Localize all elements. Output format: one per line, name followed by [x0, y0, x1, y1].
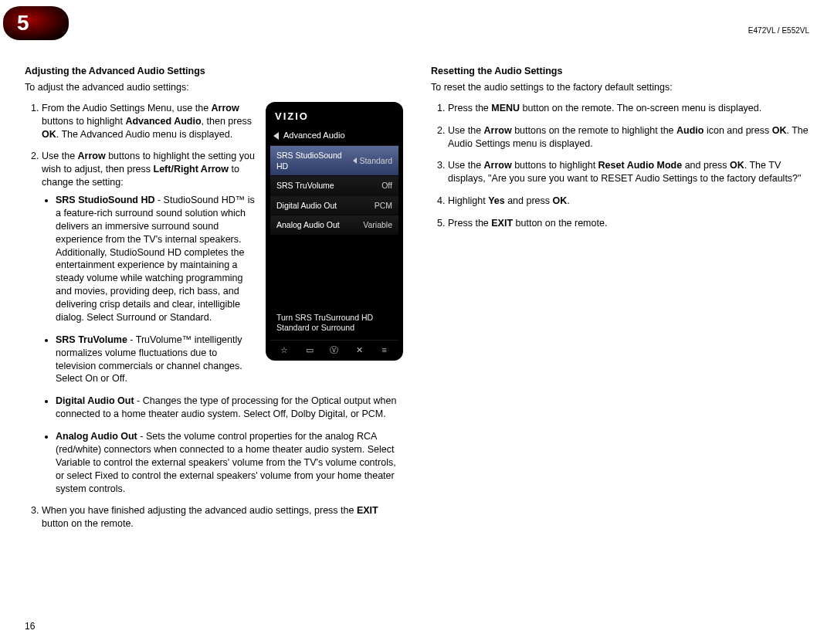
- right-intro: To reset the audio settings to the facto…: [431, 81, 809, 94]
- chapter-number: 5: [17, 11, 29, 36]
- menu-row: SRS StudioSound HD Standard: [270, 146, 398, 176]
- left-column: Adjusting the Advanced Audio Settings To…: [25, 65, 403, 540]
- list-item: Digital Audio Out - Changes the type of …: [56, 395, 403, 421]
- menu-row-value: PCM: [375, 200, 392, 211]
- device-menu-title: Advanced Audio: [283, 130, 345, 141]
- v-icon: Ⓥ: [329, 345, 340, 354]
- menu-row-label: SRS TruVolume: [276, 180, 334, 191]
- model-label: E472VL / E552VL: [748, 26, 809, 35]
- list-item: When you have finished adjusting the adv…: [42, 504, 403, 530]
- page-number: 16: [25, 621, 35, 632]
- list-item: Use the Arrow buttons to highlight Reset…: [448, 159, 809, 185]
- star-icon: ☆: [279, 345, 290, 354]
- device-menu-header: Advanced Audio: [270, 127, 398, 146]
- menu-row-label: Analog Audio Out: [276, 219, 340, 230]
- chapter-badge: 5: [3, 6, 69, 40]
- right-steps: Press the MENU button on the remote. The…: [431, 102, 809, 230]
- list-item: Analog Audio Out - Sets the volume contr…: [56, 430, 403, 495]
- back-arrow-icon: [273, 132, 279, 140]
- device-screenshot: VIZIO Advanced Audio SRS StudioSound HD …: [266, 102, 403, 361]
- menu-row-value: Standard: [353, 155, 392, 166]
- list-item: Press the EXIT button on the remote.: [448, 217, 809, 230]
- close-icon: ✕: [354, 345, 364, 354]
- menu-icon: ≡: [379, 345, 390, 354]
- device-hint: Turn SRS TruSurround HD Standard or Surr…: [270, 235, 398, 340]
- menu-row-value: Variable: [363, 219, 392, 230]
- device-brand: VIZIO: [270, 108, 398, 128]
- device-footer: ☆ ▭ Ⓥ ✕ ≡: [270, 340, 398, 356]
- tv-icon: ▭: [304, 345, 315, 354]
- left-intro: To adjust the advanced audio settings:: [25, 81, 403, 94]
- right-column: Resetting the Audio Settings To reset th…: [431, 65, 809, 540]
- device-menu-list: SRS StudioSound HD Standard SRS TruVolum…: [270, 146, 398, 235]
- chevron-left-icon: [353, 158, 357, 164]
- menu-row: Analog Audio Out Variable: [270, 215, 398, 235]
- list-item: Highlight Yes and press OK.: [448, 195, 809, 208]
- menu-row-value: Off: [381, 180, 392, 191]
- right-section-title: Resetting the Audio Settings: [431, 65, 809, 78]
- list-item: Use the Arrow buttons on the remote to h…: [448, 124, 809, 151]
- menu-row-label: SRS StudioSound HD: [276, 150, 353, 171]
- menu-row-label: Digital Audio Out: [276, 200, 337, 211]
- menu-row: Digital Audio Out PCM: [270, 196, 398, 215]
- menu-row: SRS TruVolume Off: [270, 176, 398, 195]
- left-section-title: Adjusting the Advanced Audio Settings: [25, 65, 403, 78]
- list-item: Press the MENU button on the remote. The…: [448, 102, 809, 115]
